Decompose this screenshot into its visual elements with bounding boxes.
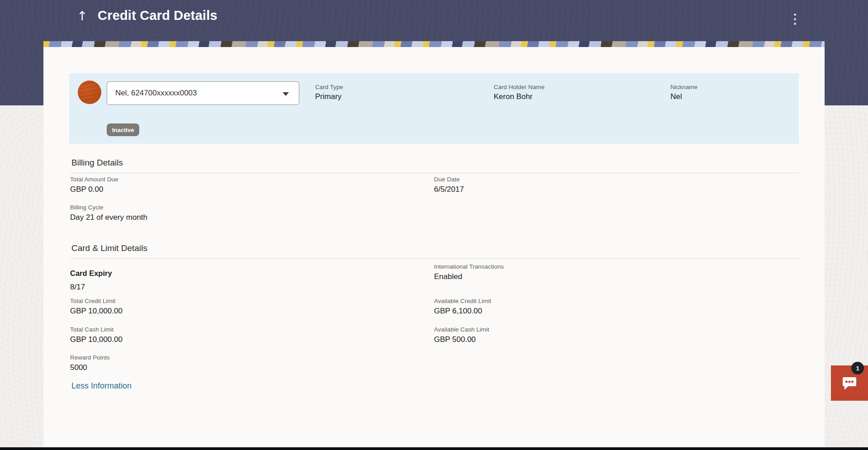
field-card-holder-name: Card Holder Name Keron Bohr (494, 83, 545, 102)
card-limit-details-heading: Card & Limit Details (71, 243, 147, 253)
field-value: Keron Bohr (494, 91, 545, 102)
billing-details-heading: Billing Details (71, 158, 123, 168)
field-label: Available Cash Limit (434, 326, 489, 333)
field-card-type: Card Type Primary (315, 83, 343, 102)
field-value: Primary (315, 91, 343, 102)
field-value: Day 21 of every month (70, 212, 147, 223)
field-total-credit-limit: Total Credit Limit GBP 10,000.00 (70, 297, 123, 316)
chevron-down-icon (283, 92, 289, 96)
chat-bubble-icon (840, 374, 859, 393)
field-total-cash-limit: Total Cash Limit GBP 10,000.00 (70, 326, 123, 345)
field-label: Billing Cycle (70, 204, 147, 211)
field-card-expiry: Card Expiry 8/17 (70, 270, 112, 292)
field-nickname: Nickname Nel (670, 83, 698, 102)
field-label: Total Credit Limit (70, 297, 123, 305)
field-value: Enabled (434, 271, 504, 282)
field-value: Nel (670, 91, 698, 102)
field-label: Due Date (434, 175, 464, 183)
card-avatar (78, 81, 101, 104)
footer-bar (0, 447, 868, 450)
content-card: Nel, 624700xxxxxx0003 Inactive Card Type… (43, 41, 825, 448)
field-value: GBP 500.00 (434, 334, 489, 345)
field-label: Total Amount Due (70, 175, 118, 183)
card-selector-dropdown[interactable]: Nel, 624700xxxxxx0003 (107, 81, 299, 105)
card-selector-value: Nel, 624700xxxxxx0003 (115, 89, 197, 98)
field-value: GBP 6,100.00 (434, 306, 491, 316)
status-badge: Inactive (107, 123, 139, 136)
field-label: International Transactions (434, 263, 504, 270)
field-reward-points: Reward Points 5000 (70, 354, 110, 373)
field-available-cash-limit: Available Cash Limit GBP 500.00 (434, 326, 489, 345)
field-label: Reward Points (70, 354, 110, 361)
page-title: Credit Card Details (98, 8, 217, 23)
field-label: Nickname (670, 83, 698, 91)
field-value: 8/17 (70, 282, 112, 292)
field-due-date: Due Date 6/5/2017 (434, 175, 464, 194)
field-value: GBP 0.00 (70, 184, 118, 194)
field-label: Card Holder Name (494, 83, 545, 91)
section-divider (70, 258, 799, 259)
field-value: 6/5/2017 (434, 184, 464, 194)
card-summary-panel: Nel, 624700xxxxxx0003 Inactive Card Type… (69, 73, 799, 144)
field-label: Available Credit Limit (434, 297, 491, 305)
chat-unread-badge: 1 (851, 362, 864, 374)
field-label: Total Cash Limit (70, 326, 123, 333)
field-label: Card Expiry (70, 270, 112, 277)
field-value: 5000 (70, 362, 110, 373)
back-arrow-icon[interactable]: ↑ (77, 7, 87, 25)
field-value: GBP 10,000.00 (70, 334, 123, 345)
field-available-credit-limit: Available Credit Limit GBP 6,100.00 (434, 297, 491, 316)
field-label: Card Type (315, 83, 343, 91)
field-total-amount-due: Total Amount Due GBP 0.00 (70, 175, 118, 194)
less-information-link[interactable]: Less Information (71, 381, 132, 391)
field-international-transactions: International Transactions Enabled (434, 263, 504, 282)
kebab-menu-icon[interactable] (788, 11, 801, 27)
decorative-banner-strip (43, 41, 825, 47)
section-divider (70, 173, 799, 173)
field-billing-cycle: Billing Cycle Day 21 of every month (70, 204, 147, 223)
field-value: GBP 10,000.00 (70, 306, 123, 316)
app-header: ↑ Credit Card Details (0, 0, 868, 33)
